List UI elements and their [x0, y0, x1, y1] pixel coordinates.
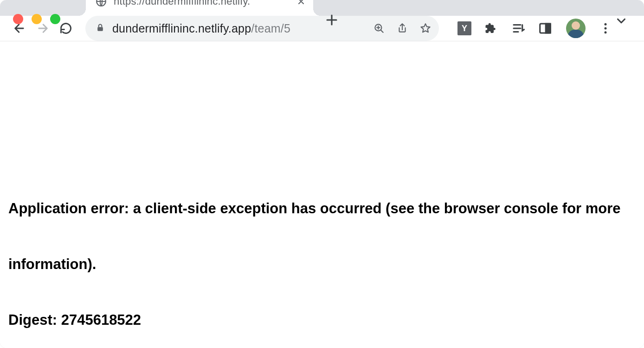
- omnibox-actions: [373, 22, 431, 34]
- address-bar[interactable]: dundermifflininc.netlify.app/team/5: [85, 16, 439, 41]
- svg-point-6: [605, 27, 607, 30]
- side-panel-icon[interactable]: [538, 21, 552, 35]
- close-window-button[interactable]: [13, 14, 23, 24]
- svg-point-5: [605, 23, 607, 26]
- share-icon[interactable]: [396, 22, 408, 34]
- reading-list-icon[interactable]: [511, 21, 525, 35]
- browser-window: https://dundermifflininc.netlify.: [0, 0, 644, 348]
- window-controls: [13, 14, 60, 24]
- profile-avatar[interactable]: [566, 19, 586, 38]
- browser-menu-button[interactable]: [599, 21, 612, 35]
- globe-icon: [95, 0, 107, 7]
- tab-title: https://dundermifflininc.netlify.: [114, 0, 288, 7]
- tab-search-button[interactable]: [614, 14, 628, 28]
- fullscreen-window-button[interactable]: [50, 14, 60, 24]
- svg-rect-1: [97, 27, 103, 31]
- minimize-window-button[interactable]: [32, 14, 42, 24]
- extensions-row: Y: [457, 19, 612, 38]
- bookmark-star-icon[interactable]: [419, 22, 431, 34]
- y-icon: Y: [457, 21, 471, 35]
- browser-tab[interactable]: https://dundermifflininc.netlify.: [86, 0, 313, 16]
- zoom-icon[interactable]: [373, 22, 385, 34]
- url-path: /team/5: [251, 22, 290, 35]
- svg-rect-4: [546, 24, 550, 33]
- digest-label: Digest:: [8, 312, 61, 328]
- browser-toolbar: dundermifflininc.netlify.app/team/5: [0, 16, 644, 41]
- extension-ycombinator[interactable]: Y: [457, 21, 471, 35]
- extensions-puzzle-icon[interactable]: [484, 21, 498, 35]
- lock-icon: [96, 23, 105, 33]
- svg-point-7: [605, 31, 607, 33]
- page-content: Application error: a client-side excepti…: [0, 41, 644, 348]
- digest-value: 2745618522: [61, 312, 141, 328]
- close-tab-button[interactable]: [296, 0, 306, 6]
- error-heading: Application error: a client-side excepti…: [0, 181, 644, 348]
- new-tab-button[interactable]: [325, 13, 339, 27]
- url-host: dundermifflininc.netlify.app: [112, 22, 251, 35]
- tab-strip: https://dundermifflininc.netlify.: [0, 0, 644, 16]
- error-message: Application error: a client-side excepti…: [8, 200, 621, 272]
